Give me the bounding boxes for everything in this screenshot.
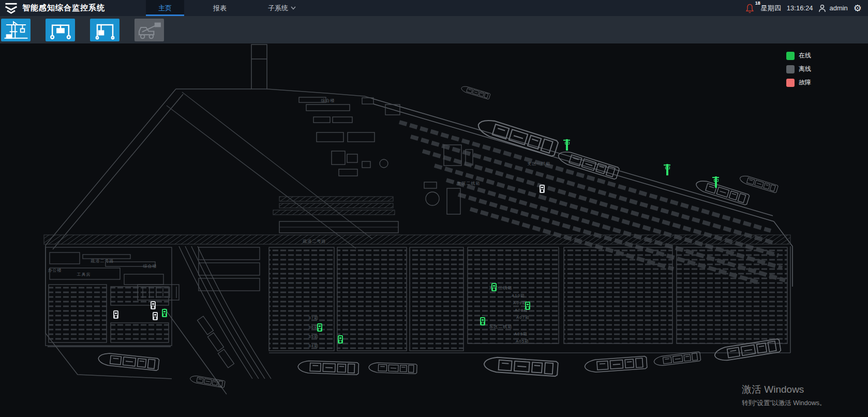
truck-marker[interactable]: [338, 335, 343, 344]
reach-stacker-icon: [137, 20, 162, 40]
notification-count-badge: 18: [755, 1, 760, 6]
legend-item-offline: 离线: [786, 65, 811, 73]
main-nav: 主页 报表 子系统: [146, 0, 325, 16]
port-map-canvas[interactable]: 综合楼支区一线箱支区二线箱疏港二号路疏港二号路办公楼工具房综合楼东区三线箱A10…: [0, 43, 868, 417]
offline-color-swatch: [786, 65, 795, 73]
truck-marker[interactable]: [540, 185, 545, 193]
rmg-crane-filter-button[interactable]: [90, 19, 119, 41]
fault-label: 故障: [799, 78, 811, 87]
fault-color-swatch: [786, 79, 795, 87]
tab-reports-label: 报表: [213, 0, 227, 16]
truck-marker[interactable]: [153, 312, 158, 320]
rtg-crane-filter-button[interactable]: [46, 19, 75, 41]
rail-sidings: [273, 197, 395, 215]
user-icon: [818, 4, 826, 12]
offline-label: 离线: [799, 65, 811, 73]
yard-blocks-center: [199, 247, 463, 351]
online-label: 在线: [799, 51, 811, 60]
quay-crane-filter-button[interactable]: [1, 19, 31, 41]
legend-item-online: 在线: [786, 51, 811, 60]
user-menu[interactable]: admin: [818, 4, 847, 12]
port-map-drawing: [0, 43, 868, 417]
rmg-crane-icon: [92, 20, 118, 40]
main-road: [44, 235, 790, 244]
tab-subsystem[interactable]: 子系统: [256, 0, 308, 16]
yard-blocks-east: [468, 247, 787, 344]
online-color-swatch: [786, 52, 795, 60]
app-logo-icon: [5, 2, 18, 14]
notification-bell-icon[interactable]: 18: [746, 4, 755, 13]
truck-marker[interactable]: [525, 302, 530, 310]
page-title: 智能感知综合监控系统: [22, 3, 105, 13]
rtg-crane-icon: [48, 20, 73, 40]
settings-gear-icon[interactable]: ⚙: [854, 4, 862, 13]
crane-marker[interactable]: [715, 176, 717, 188]
quay-crane-icon: [3, 20, 29, 40]
crane-marker[interactable]: [566, 139, 568, 151]
tab-subsystem-label: 子系统: [268, 0, 288, 16]
weekday-text: 星期四: [761, 4, 781, 13]
truck-marker[interactable]: [480, 317, 485, 325]
tab-home[interactable]: 主页: [146, 0, 184, 16]
equipment-toolbar: [0, 16, 868, 43]
status-legend: 在线 离线 故障: [786, 51, 811, 87]
truck-marker[interactable]: [317, 323, 322, 332]
truck-marker[interactable]: [162, 309, 167, 317]
tab-reports[interactable]: 报表: [201, 0, 239, 16]
truck-marker[interactable]: [151, 301, 156, 309]
header-right-cluster: 18 星期四 13:16:24 admin ⚙: [746, 0, 862, 16]
yard-block-west: [46, 247, 179, 346]
railway-curves: [164, 246, 271, 394]
username-text: admin: [829, 4, 847, 12]
chevron-down-icon: [291, 6, 296, 10]
reach-stacker-filter-button[interactable]: [134, 19, 164, 41]
clock-text: 13:16:24: [787, 4, 813, 12]
tab-home-label: 主页: [158, 0, 172, 16]
crane-marker[interactable]: [666, 164, 668, 175]
legend-item-fault: 故障: [786, 78, 811, 87]
truck-marker[interactable]: [113, 310, 118, 319]
truck-marker[interactable]: [491, 283, 497, 291]
top-header: 智能感知综合监控系统 主页 报表 子系统 18 星期四 13:16:24: [0, 0, 868, 16]
